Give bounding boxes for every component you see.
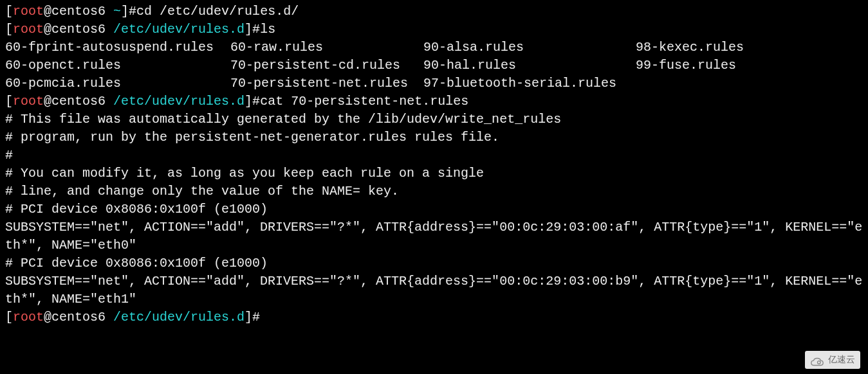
prompt-line: [root@centos6 ~]#cd /etc/udev/rules.d/	[5, 3, 863, 21]
prompt-user: root	[13, 310, 44, 325]
cat-line: #	[5, 147, 863, 165]
watermark-badge: 亿速云	[805, 351, 860, 369]
watermark-text: 亿速云	[828, 353, 855, 366]
bracket-open: [	[5, 22, 13, 37]
cat-line: # You can modify it, as long as you keep…	[5, 165, 863, 183]
ls-col3-r2: 97-bluetooth-serial.rules	[423, 75, 636, 93]
cat-line: # This file was automatically generated …	[5, 111, 863, 129]
cat-line: # PCI device 0x8086:0x100f (e1000)	[5, 254, 863, 272]
prompt-line: [root@centos6 /etc/udev/rules.d]#cat 70-…	[5, 93, 863, 111]
prompt-sep: @	[44, 94, 51, 109]
bracket-open: [	[5, 310, 13, 325]
bracket-close: ]#	[245, 310, 260, 325]
bracket-close: ]#	[121, 4, 136, 19]
prompt-host: centos6	[51, 94, 106, 109]
ls-col4-r1: 99-fuse.rules	[636, 57, 736, 75]
prompt-sep: @	[44, 22, 51, 37]
cat-line: SUBSYSTEM=="net", ACTION=="add", DRIVERS…	[5, 218, 863, 254]
ls-col3-r1: 90-hal.rules	[423, 57, 636, 75]
bracket-close: ]#	[245, 22, 260, 37]
ls-col1-r0: 60-fprint-autosuspend.rules	[5, 39, 230, 57]
ls-col4-r0: 98-kexec.rules	[636, 39, 744, 57]
ls-col2-r0: 60-raw.rules	[230, 39, 423, 57]
cat-line: # program, run by the persistent-net-gen…	[5, 129, 863, 147]
cat-line: # PCI device 0x8086:0x100f (e1000)	[5, 200, 863, 218]
ls-col1-r2: 60-pcmcia.rules	[5, 75, 230, 93]
bracket-open: [	[5, 94, 13, 109]
prompt-path: /etc/udev/rules.d	[106, 94, 245, 109]
prompt-user: root	[13, 4, 44, 19]
cat-line: SUBSYSTEM=="net", ACTION=="add", DRIVERS…	[5, 272, 863, 308]
ls-col1-r1: 60-openct.rules	[5, 57, 230, 75]
prompt-host: centos6	[51, 22, 106, 37]
command-text: cd /etc/udev/rules.d/	[136, 4, 299, 19]
prompt-line: [root@centos6 /etc/udev/rules.d]#ls	[5, 21, 863, 39]
prompt-user: root	[13, 22, 44, 37]
bracket-open: [	[5, 4, 13, 19]
prompt-user: root	[13, 94, 44, 109]
ls-col2-r1: 70-persistent-cd.rules	[230, 57, 423, 75]
bracket-close: ]#	[245, 94, 260, 109]
prompt-path: ~	[106, 4, 121, 19]
prompt-sep: @	[44, 4, 51, 19]
cat-output: # This file was automatically generated …	[5, 111, 863, 308]
cat-line: # line, and change only the value of the…	[5, 183, 863, 200]
prompt-host: centos6	[51, 4, 106, 19]
prompt-path: /etc/udev/rules.d	[106, 310, 245, 325]
ls-col3-r0: 90-alsa.rules	[423, 39, 636, 57]
ls-output: 60-fprint-autosuspend.rules 60-raw.rules…	[5, 39, 863, 93]
cloud-icon	[810, 355, 824, 365]
prompt-sep: @	[44, 310, 51, 325]
prompt-line: [root@centos6 /etc/udev/rules.d]#	[5, 308, 863, 326]
ls-col2-r2: 70-persistent-net.rules	[230, 75, 423, 93]
svg-point-0	[817, 361, 820, 364]
terminal-output[interactable]: [root@centos6 ~]#cd /etc/udev/rules.d/ […	[5, 3, 863, 326]
prompt-host: centos6	[51, 310, 106, 325]
command-text: ls	[260, 22, 275, 37]
command-text: cat 70-persistent-net.rules	[260, 94, 468, 109]
prompt-path: /etc/udev/rules.d	[106, 22, 245, 37]
